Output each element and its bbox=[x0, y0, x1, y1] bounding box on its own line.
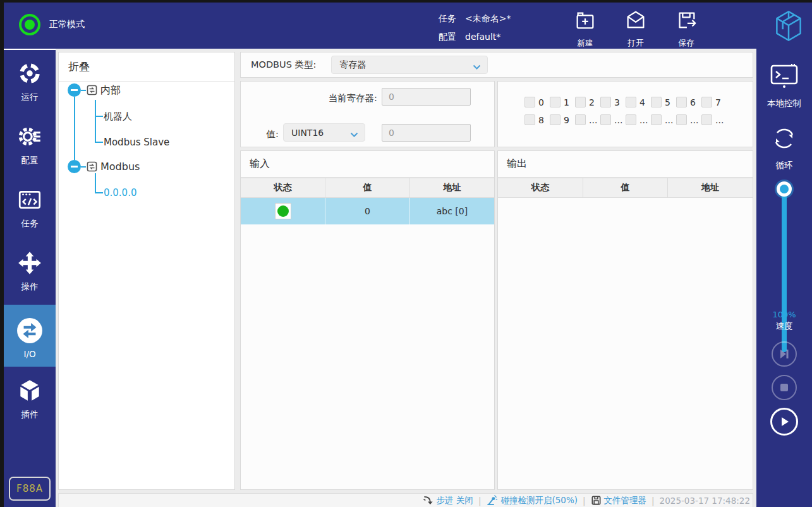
value-label: 值: bbox=[253, 128, 279, 140]
bit-label: 0 bbox=[538, 97, 544, 107]
bit-checkbox-6[interactable] bbox=[676, 97, 687, 107]
tree-collapse-header[interactable]: 折叠 bbox=[59, 52, 234, 82]
bit-checkbox-5[interactable] bbox=[651, 97, 662, 107]
tree-node-internal[interactable]: 内部 bbox=[100, 84, 121, 97]
sidebar-item-operate[interactable]: 操作 bbox=[4, 250, 56, 293]
loop-button[interactable]: 循环 bbox=[756, 123, 812, 171]
output-section: 输出 状态 值 地址 bbox=[497, 150, 753, 490]
play-button[interactable] bbox=[770, 408, 798, 436]
bit-label: 4 bbox=[639, 97, 645, 107]
speed-slider-thumb[interactable] bbox=[777, 181, 792, 197]
sidebar-item-plugin[interactable]: 插件 bbox=[4, 377, 56, 420]
left-nav-sidebar: 运行 配置 任务 操作 I/O bbox=[4, 49, 56, 507]
sidebar-item-io[interactable]: I/O bbox=[4, 305, 56, 367]
cube-icon bbox=[16, 377, 43, 406]
move-arrows-icon bbox=[16, 250, 43, 279]
tree-connector bbox=[95, 142, 103, 143]
app-root: 正常模式 任务 <未命名>* 配置 default* 新建 打开 bbox=[0, 0, 812, 507]
output-col-address: 地址 bbox=[668, 178, 753, 198]
loop-arrows-icon bbox=[768, 123, 800, 156]
modbus-type-select[interactable]: 寄存器 bbox=[331, 56, 488, 74]
bit-label: ... bbox=[639, 115, 648, 125]
step-mode-status[interactable]: 步进 关闭 bbox=[423, 495, 473, 506]
stop-icon bbox=[779, 382, 789, 393]
collision-icon bbox=[486, 495, 498, 506]
bit-checkbox-more[interactable] bbox=[676, 114, 687, 125]
bit-label: ... bbox=[715, 115, 724, 125]
tree-node-modbus[interactable]: Modbus bbox=[100, 161, 140, 173]
register-bit-panel: 0 1 2 3 4 5 6 7 8 9 ... ... ... ... ... … bbox=[497, 81, 753, 147]
tree-connector bbox=[81, 90, 86, 91]
step-forward-button[interactable] bbox=[772, 341, 797, 367]
bit-label: 2 bbox=[589, 97, 595, 107]
run-target-icon bbox=[16, 60, 43, 89]
task-config-info: 任务 <未命名>* 配置 default* bbox=[439, 11, 511, 47]
bit-label: ... bbox=[665, 115, 673, 125]
status-timestamp: 2025-03-17 17:48:22 bbox=[660, 496, 750, 506]
new-button[interactable]: 新建 bbox=[563, 9, 607, 49]
mode-indicator[interactable]: 正常模式 bbox=[19, 14, 85, 35]
bit-checkbox-more[interactable] bbox=[600, 114, 611, 125]
play-icon bbox=[779, 416, 790, 427]
open-button[interactable]: 打开 bbox=[614, 9, 658, 49]
tree-collapse-toggle-modbus[interactable] bbox=[68, 160, 81, 173]
input-col-address: 地址 bbox=[409, 178, 494, 198]
collision-detect-status[interactable]: 碰撞检测开启(50%) bbox=[486, 495, 578, 506]
input-table-row[interactable]: 0 abc [0] bbox=[241, 198, 494, 224]
bit-checkbox-9[interactable] bbox=[550, 114, 561, 125]
sidebar-item-run[interactable]: 运行 bbox=[4, 60, 56, 103]
sidebar-item-label: 操作 bbox=[21, 281, 39, 293]
bit-checkbox-0[interactable] bbox=[524, 97, 535, 107]
tree-node-ip[interactable]: 0.0.0.0 bbox=[104, 187, 136, 199]
mode-status-icon bbox=[19, 14, 40, 35]
bit-checkbox-more[interactable] bbox=[575, 114, 586, 125]
open-button-label: 打开 bbox=[628, 38, 644, 49]
local-control-label: 本地控制 bbox=[767, 98, 801, 109]
value-input[interactable] bbox=[382, 124, 471, 142]
tree-node-robot[interactable]: 机器人 bbox=[104, 111, 132, 123]
bit-checkbox-2[interactable] bbox=[575, 97, 586, 107]
bit-checkbox-3[interactable] bbox=[600, 97, 611, 107]
register-bit-row-1: 0 1 2 3 4 5 6 7 bbox=[524, 97, 727, 107]
current-register-input[interactable] bbox=[382, 88, 471, 106]
config-label: 配置 bbox=[439, 29, 456, 44]
sidebar-item-config[interactable]: 配置 bbox=[4, 123, 56, 166]
save-button[interactable]: 保存 bbox=[664, 9, 708, 49]
right-control-sidebar: 本地控制 循环 100% 速度 bbox=[756, 49, 812, 507]
chevron-down-icon bbox=[473, 62, 481, 72]
device-tree-panel: 折叠 bbox=[58, 52, 235, 490]
input-table: 状态 值 地址 0 abc [0] bbox=[241, 178, 494, 224]
bit-checkbox-4[interactable] bbox=[626, 97, 636, 107]
tree-connector bbox=[95, 173, 96, 193]
bit-checkbox-more[interactable] bbox=[701, 114, 712, 125]
sidebar-item-label: I/O bbox=[23, 349, 35, 359]
tree-connector bbox=[95, 116, 103, 117]
code-window-icon bbox=[16, 186, 43, 216]
value-type-select[interactable]: UINT16 bbox=[283, 123, 365, 142]
bit-checkbox-8[interactable] bbox=[524, 114, 535, 125]
file-manager-icon bbox=[591, 495, 602, 506]
save-disk-icon bbox=[674, 9, 699, 35]
bit-checkbox-1[interactable] bbox=[550, 97, 561, 107]
bit-checkbox-7[interactable] bbox=[701, 97, 712, 107]
sidebar-item-task[interactable]: 任务 bbox=[4, 186, 56, 229]
file-manager-link[interactable]: 文件管理器 bbox=[591, 495, 647, 506]
bit-label: 8 bbox=[538, 115, 544, 125]
new-button-label: 新建 bbox=[578, 38, 593, 49]
output-section-title: 输出 bbox=[498, 151, 753, 178]
bit-label: ... bbox=[589, 115, 597, 125]
modbus-node-icon bbox=[87, 85, 97, 98]
local-control-button[interactable]: 本地控制 bbox=[756, 61, 812, 109]
bit-checkbox-more[interactable] bbox=[626, 114, 636, 125]
bit-label: 9 bbox=[564, 115, 569, 125]
tree-collapse-toggle-internal[interactable] bbox=[68, 83, 81, 97]
bit-checkbox-more[interactable] bbox=[651, 114, 662, 125]
stop-button[interactable] bbox=[772, 375, 797, 400]
mode-label: 正常模式 bbox=[49, 19, 85, 30]
modbus-type-value: 寄存器 bbox=[339, 59, 366, 71]
loop-label: 循环 bbox=[776, 160, 793, 171]
speed-label: 速度 bbox=[756, 321, 812, 332]
status-badge[interactable]: F88A bbox=[9, 477, 51, 501]
output-table: 状态 值 地址 bbox=[498, 178, 753, 198]
tree-node-modbus-slave[interactable]: Modbus Slave bbox=[104, 137, 169, 148]
